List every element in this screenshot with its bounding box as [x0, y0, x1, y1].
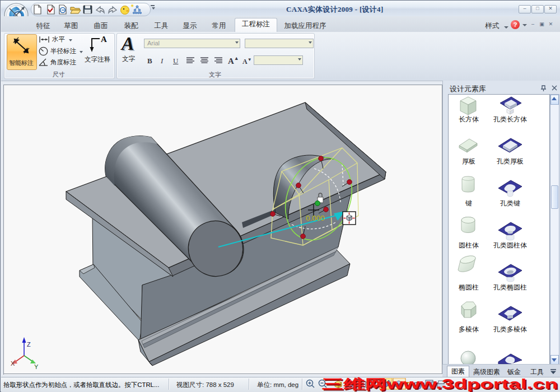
svg-text:X: X [11, 360, 15, 367]
svg-text:A: A [101, 35, 107, 44]
svg-text:Y: Y [34, 363, 39, 370]
svg-text:Z: Z [27, 341, 31, 348]
svg-text:0.000: 0.000 [306, 214, 325, 222]
